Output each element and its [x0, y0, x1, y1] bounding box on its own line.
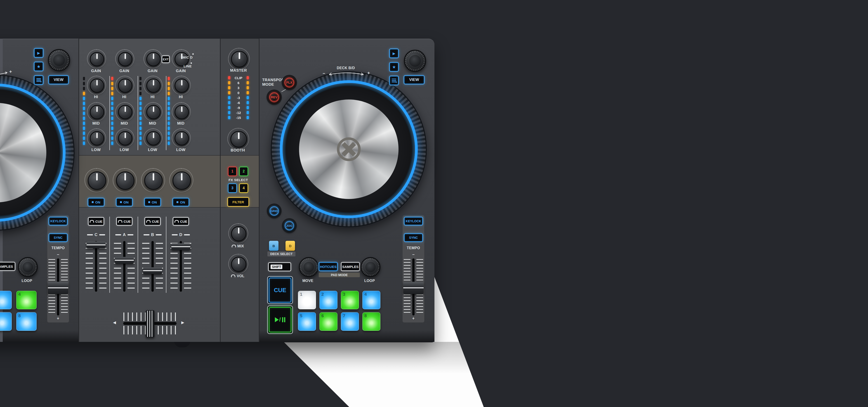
low-knob-ch3[interactable]	[146, 131, 161, 146]
master-knob[interactable]	[231, 51, 248, 68]
jog-wheel-right[interactable]	[271, 71, 427, 227]
crossfader-right-arrow: ▶	[181, 320, 184, 325]
hotcues-button[interactable]: HOTCUES	[319, 262, 338, 271]
fx-select-3-button[interactable]: 3	[228, 183, 237, 193]
flx-button[interactable]: FLX	[283, 76, 296, 89]
load-button-left[interactable]: ▶	[34, 48, 43, 58]
low-knob-ch1[interactable]	[90, 131, 104, 146]
filter-button[interactable]: FILTER	[227, 197, 249, 207]
meter-segment	[83, 132, 85, 135]
filter-knob-ch2[interactable]	[116, 171, 134, 190]
meter-segment	[111, 102, 113, 105]
grid-button[interactable]: GRID	[268, 205, 281, 217]
samples-button-left[interactable]: SAMPLES	[0, 262, 16, 271]
fader-track	[123, 241, 125, 292]
low-knob-ch4[interactable]	[175, 131, 189, 146]
load-button-right[interactable]: ▶	[389, 49, 399, 58]
left-pad-4[interactable]: 4	[16, 291, 37, 309]
channel-fader-c[interactable]	[87, 242, 105, 248]
mid-knob-ch4[interactable]	[175, 105, 189, 119]
fx-select-2-button[interactable]: 2	[239, 167, 248, 176]
meter-segment	[83, 127, 85, 130]
keylock-button-left[interactable]: KEYLOCK	[49, 217, 68, 225]
left-pad-3[interactable]	[0, 291, 12, 309]
shift-button[interactable]: SHIFT	[268, 262, 291, 271]
playlist-add-button-right[interactable]	[389, 76, 399, 85]
meter-segment	[111, 136, 113, 140]
move-encoder[interactable]	[299, 257, 319, 277]
deck-cue-button[interactable]: CUE	[267, 276, 293, 304]
deck-select-d-button[interactable]: D	[285, 241, 295, 251]
meter-scale-label: 3	[232, 86, 245, 90]
filter-knob-ch1[interactable]	[88, 171, 106, 190]
hi-knob-ch1[interactable]	[90, 79, 104, 93]
fx-on-button-ch3[interactable]: ON	[144, 198, 161, 207]
mid-knob-ch3[interactable]	[146, 105, 161, 119]
cue-button-ch-d[interactable]: CUE	[173, 217, 189, 226]
jog-button[interactable]: JOG	[283, 219, 296, 232]
low-knob-ch2[interactable]	[118, 131, 132, 146]
crossfader[interactable]	[146, 310, 154, 337]
left-pad-7[interactable]	[0, 312, 12, 331]
pad-2[interactable]: 2	[319, 291, 338, 309]
favorites-button-right[interactable]: ★	[389, 62, 399, 72]
tempo-fader-left[interactable]	[48, 282, 68, 294]
mid-knob-ch2[interactable]	[118, 105, 132, 119]
meter-segment	[168, 136, 170, 140]
fx-on-button-ch1[interactable]: ON	[88, 198, 104, 207]
pad-6[interactable]: 6	[319, 312, 338, 331]
browse-encoder-right[interactable]	[404, 50, 426, 72]
hi-knob-ch4[interactable]	[175, 79, 189, 93]
cue-button-ch-a[interactable]: CUE	[116, 217, 132, 226]
tempo-fader-right[interactable]	[403, 282, 424, 294]
gain-knob-ch1[interactable]	[90, 52, 104, 66]
mid-knob-ch1[interactable]	[90, 105, 104, 119]
filter-knob-ch3[interactable]	[144, 171, 163, 190]
loop-encoder-left[interactable]	[18, 257, 38, 277]
deck-select-b-button[interactable]: B	[269, 241, 278, 251]
gain-knob-ch3[interactable]	[146, 52, 161, 66]
pad-5[interactable]: 5	[298, 312, 316, 331]
fx-select-4-button[interactable]: 4	[239, 183, 248, 193]
booth-knob[interactable]	[230, 131, 247, 148]
favorites-button-left[interactable]: ★	[34, 62, 43, 71]
pad-7[interactable]: 7	[341, 312, 359, 331]
meter-segment	[168, 87, 170, 90]
filter-knob-ch4[interactable]	[173, 171, 191, 190]
sync-button-right[interactable]: SYNC	[404, 233, 423, 242]
playlist-add-button-left[interactable]	[34, 75, 43, 85]
channel-fader-b[interactable]	[143, 267, 162, 274]
samples-button[interactable]: SAMPLES	[341, 262, 360, 271]
rev-button[interactable]: REV	[268, 91, 281, 104]
fx-on-button-ch4[interactable]: ON	[173, 198, 189, 207]
keylock-label: KEYLOCK	[51, 219, 66, 223]
sync-button-left[interactable]: SYNC	[49, 233, 68, 242]
cue-button-ch-b[interactable]: CUE	[145, 217, 161, 226]
meter-segment	[168, 142, 170, 145]
play-pause-button[interactable]: /	[267, 306, 293, 334]
hi-knob-ch3[interactable]	[146, 79, 161, 93]
gain-knob-ch2[interactable]	[118, 52, 132, 66]
view-button-right[interactable]: VIEW	[404, 75, 425, 84]
view-button-left[interactable]: VIEW	[49, 75, 69, 84]
channel-fader-a[interactable]	[115, 257, 134, 264]
ext-button[interactable]: EXT	[162, 55, 170, 63]
pad-1[interactable]: 1	[298, 291, 316, 309]
pad-4[interactable]: 4	[362, 291, 380, 309]
pad-8[interactable]: 8	[362, 312, 380, 331]
square-icon	[177, 201, 178, 203]
channel-separator	[110, 217, 110, 293]
fx4-label: 4	[243, 186, 245, 190]
cue-button-ch-c[interactable]: CUE	[88, 217, 104, 226]
fx-on-button-ch2[interactable]: ON	[116, 198, 133, 207]
keylock-button-right[interactable]: KEYLOCK	[404, 217, 423, 225]
hi-knob-ch2[interactable]	[118, 79, 132, 93]
pad-3[interactable]: 3	[341, 291, 359, 309]
left-pad-8[interactable]: 8	[16, 312, 37, 331]
loop-encoder[interactable]	[361, 257, 380, 277]
cue-vol-knob[interactable]	[231, 257, 246, 272]
cue-mix-knob[interactable]	[231, 226, 246, 242]
fx-select-1-button[interactable]: 1	[228, 167, 237, 176]
channel-fader-d[interactable]	[171, 243, 190, 250]
browse-encoder-left[interactable]	[48, 49, 70, 71]
